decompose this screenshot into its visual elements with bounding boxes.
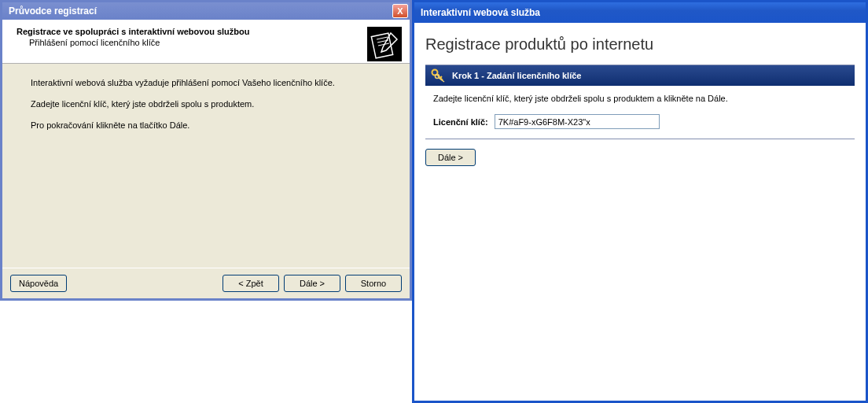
next-button[interactable]: Dále > (284, 275, 340, 292)
body-line-3: Pro pokračování klikněte na tlačítko Dál… (31, 120, 381, 131)
wizard-title: Průvodce registrací (9, 6, 97, 17)
wizard-header: Registrace ve spolupráci s interaktivní … (2, 20, 410, 64)
cancel-button[interactable]: Storno (345, 275, 402, 292)
panel-step-title: Krok 1 - Zadání licenčního klíče (452, 71, 581, 80)
panel-header: Krok 1 - Zadání licenčního klíče (425, 65, 855, 86)
page-heading: Registrace produktů po internetu (425, 35, 855, 54)
svg-point-7 (436, 75, 440, 79)
panel-body: Zadejte licenční klíč, který jste obdrže… (425, 86, 855, 129)
wizard-titlebar: Průvodce registrací X (2, 2, 410, 20)
wizard-footer: Nápověda < Zpět Dále > Storno (2, 268, 410, 298)
license-label: Licenční klíč: (433, 117, 488, 127)
web-service-window: Interaktivní webová služba Registrace pr… (412, 0, 868, 403)
back-button[interactable]: < Zpět (223, 275, 279, 292)
wizard-header-subtitle: Přihlášení pomocí licenčního klíče (29, 38, 367, 47)
close-button[interactable]: X (392, 4, 408, 18)
web-content: Registrace produktů po internetu Krok 1 … (414, 23, 866, 174)
svg-line-6 (440, 76, 442, 78)
license-key-input[interactable] (495, 114, 660, 129)
web-next-button[interactable]: Dále > (425, 149, 476, 166)
body-line-1: Interaktivní webová služba vyžaduje přih… (31, 78, 381, 88)
wizard-header-title: Registrace ve spolupráci s interaktivní … (17, 27, 367, 36)
web-title: Interaktivní webová služba (421, 7, 540, 18)
wizard-window: Průvodce registrací X Registrace ve spol… (0, 0, 412, 301)
panel-instruction: Zadejte licenční klíč, který jste obdrže… (433, 94, 847, 103)
keys-icon (430, 68, 447, 83)
body-line-2: Zadejte licenční klíč, který jste obdrže… (31, 99, 381, 109)
svg-rect-0 (371, 33, 392, 58)
license-field-row: Licenční klíč: (433, 114, 847, 129)
close-icon: X (397, 6, 403, 16)
registration-icon (367, 27, 402, 61)
web-titlebar: Interaktivní webová služba (414, 2, 866, 23)
step-panel: Krok 1 - Zadání licenčního klíče Zadejte… (425, 65, 855, 139)
wizard-body: Interaktivní webová služba vyžaduje přih… (2, 64, 410, 131)
next-button-area: Dále > (425, 149, 855, 166)
help-button[interactable]: Nápověda (10, 275, 67, 292)
svg-line-1 (377, 37, 388, 39)
